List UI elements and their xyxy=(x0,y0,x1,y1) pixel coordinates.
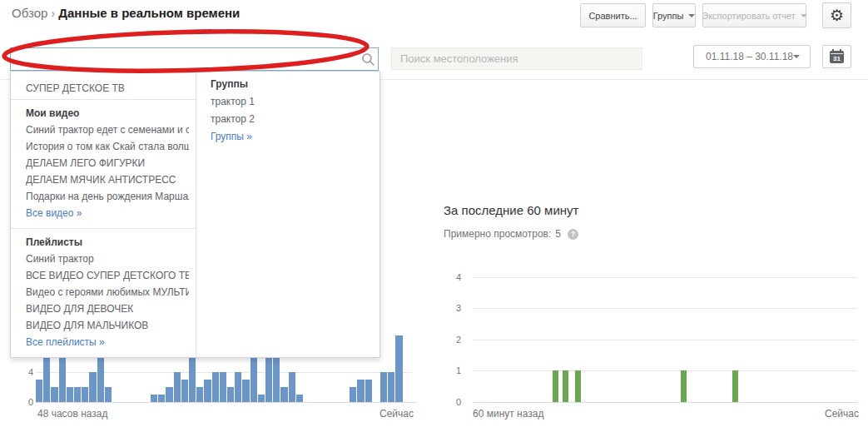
gridline xyxy=(473,340,857,340)
bar-60min xyxy=(681,370,687,402)
suggestion-playlist[interactable]: Синий трактор xyxy=(26,251,189,267)
bar-48h xyxy=(43,358,50,402)
dropdown-left-column: СУПЕР ДЕТСКОЕ ТВ Мои видео Синий трактор… xyxy=(11,72,196,357)
y-tick-label: 4 xyxy=(20,367,33,377)
bar-60min xyxy=(553,370,558,402)
search-suggestions-dropdown: СУПЕР ДЕТСКОЕ ТВ Мои видео Синий трактор… xyxy=(10,71,380,358)
bar-48h xyxy=(36,380,42,402)
bar-48h xyxy=(395,335,402,402)
suggestion-group[interactable]: трактор 2 xyxy=(211,111,373,128)
gridline xyxy=(473,370,857,371)
suggestion-group[interactable]: трактор 1 xyxy=(211,93,373,111)
help-icon: ? xyxy=(568,229,578,240)
bar-48h xyxy=(82,387,88,402)
suggestion-video[interactable]: Синий трактор едет с семенами и соб... xyxy=(26,122,189,138)
bar-60min xyxy=(575,370,581,402)
y-tick-label: 1 xyxy=(448,365,461,375)
bar-60min xyxy=(732,370,738,402)
suggestion-video[interactable]: ДЕЛАЕМ ЛЕГО ФИГУРКИ xyxy=(26,155,189,171)
bar-48h xyxy=(67,387,73,402)
chart-60min-xlabel-left: 60 минут назад xyxy=(473,408,543,420)
gridline xyxy=(473,402,857,403)
bar-48h xyxy=(74,387,81,402)
divider xyxy=(11,99,196,100)
suggestion-playlist[interactable]: Видео с героями любимых МУЛЬТИКОВ xyxy=(26,284,189,300)
all-videos-link[interactable]: Все видео » xyxy=(26,205,189,221)
playlists-section-header: Плейлисты xyxy=(26,234,189,251)
bar-48h xyxy=(212,372,219,402)
bar-48h xyxy=(151,395,157,402)
groups-section-header: Группы xyxy=(211,76,373,93)
suggestion-video[interactable]: ДЕЛАЕМ МЯЧИК АНТИСТРЕСС xyxy=(26,171,189,188)
divider xyxy=(11,228,196,229)
bar-48h xyxy=(89,372,96,402)
bar-60min xyxy=(563,370,568,402)
approx-views-count: 5 xyxy=(555,228,561,240)
y-tick-label: 0 xyxy=(448,397,461,407)
y-tick-label: 3 xyxy=(448,303,461,313)
bar-48h xyxy=(174,372,181,402)
gridline xyxy=(473,277,857,278)
bar-48h xyxy=(250,358,257,402)
gridline xyxy=(473,308,857,309)
suggestion-playlist[interactable]: ВСЕ ВИДЕО СУПЕР ДЕТСКОГО ТВ xyxy=(26,267,189,284)
bar-48h xyxy=(189,358,196,402)
y-tick-label: 4 xyxy=(448,272,461,282)
bar-48h xyxy=(158,395,165,402)
bar-48h xyxy=(227,387,234,402)
bar-48h xyxy=(166,387,172,402)
bar-48h xyxy=(242,380,249,402)
bar-48h xyxy=(350,387,356,402)
bar-48h xyxy=(220,372,226,402)
suggestion-channel[interactable]: СУПЕР ДЕТСКОЕ ТВ xyxy=(26,80,189,97)
y-tick-label: 0 xyxy=(20,397,33,407)
bar-48h xyxy=(289,372,295,402)
bar-48h xyxy=(258,395,265,402)
bar-48h xyxy=(105,387,112,402)
bar-48h xyxy=(388,372,394,402)
bar-48h xyxy=(196,387,203,402)
bar-48h xyxy=(181,380,188,402)
suggestion-video[interactable]: Подарки на день рождения Маршала xyxy=(26,188,189,205)
bar-48h xyxy=(296,395,303,402)
bar-48h xyxy=(365,380,372,402)
bar-48h xyxy=(280,387,287,402)
bar-48h xyxy=(235,372,241,402)
bar-48h xyxy=(380,372,387,402)
bar-48h xyxy=(51,387,57,402)
bar-48h xyxy=(273,358,280,402)
suggestion-video[interactable]: История о том как Скай стала волшеб... xyxy=(26,138,189,155)
all-groups-link[interactable]: Группы » xyxy=(211,128,373,146)
suggestion-playlist[interactable]: ВИДЕО ДЛЯ ДЕВОЧЕК xyxy=(26,300,189,317)
suggestion-playlist[interactable]: ВИДЕО ДЛЯ МАЛЬЧИКОВ xyxy=(26,317,189,334)
videos-section-header: Мои видео xyxy=(26,105,189,122)
bar-48h xyxy=(97,358,104,402)
chart-60min-xlabel-right: Сейчас xyxy=(825,408,859,420)
chart-48h-xlabel-right: Сейчас xyxy=(379,408,414,420)
chart-48h-xlabel-left: 48 часов назад xyxy=(37,408,107,420)
chart-60min-title: За последние 60 минут xyxy=(444,203,578,217)
gridline xyxy=(36,402,416,403)
bar-48h xyxy=(265,358,272,402)
bar-48h xyxy=(204,380,211,402)
dropdown-right-column: Группы трактор 1 трактор 2 Группы » xyxy=(196,72,379,357)
approx-views-label: Примерно просмотров: xyxy=(444,228,551,240)
bar-48h xyxy=(59,358,66,402)
all-playlists-link[interactable]: Все плейлисты » xyxy=(26,334,189,350)
chart-60min-subtitle: Примерно просмотров: 5 ? xyxy=(444,228,578,240)
bar-48h xyxy=(357,380,364,402)
y-tick-label: 2 xyxy=(448,335,461,345)
